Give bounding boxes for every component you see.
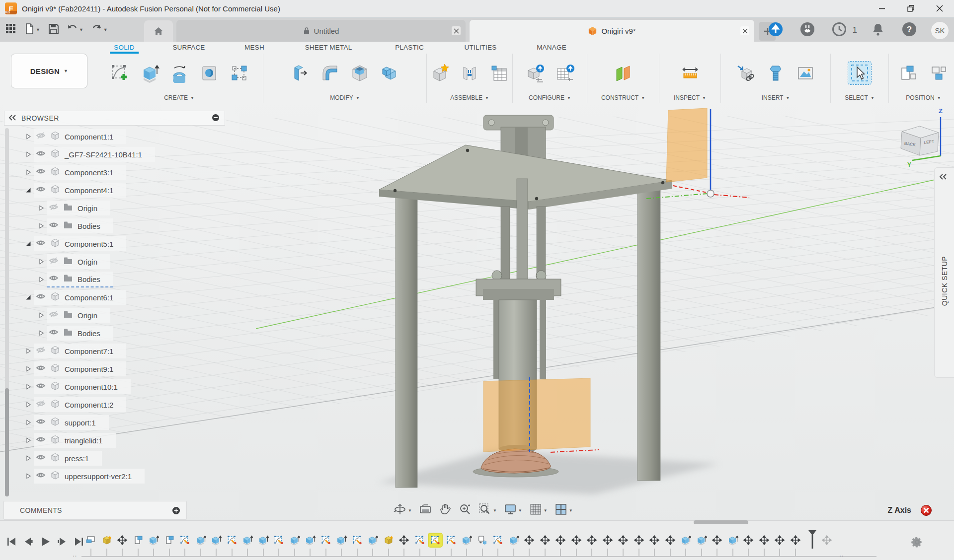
timeline-feature-sketch[interactable]	[178, 534, 191, 547]
timeline-feature-move[interactable]	[523, 534, 536, 547]
tab-untitled[interactable]: Untitled	[176, 20, 466, 42]
insert-derive-tool[interactable]	[734, 62, 757, 84]
tree-item-label[interactable]: trianglelid:1	[65, 436, 103, 445]
tree-item-label[interactable]: Component3:1	[65, 168, 113, 177]
tree-item--gf7-sf2421-10b41-1[interactable]: _GF7-SF2421-10B41:1	[23, 147, 155, 162]
timeline-feature-sketch[interactable]	[272, 534, 285, 547]
group-inspect-dropdown[interactable]: INSPECT▼	[659, 92, 720, 103]
look-at-button[interactable]	[418, 502, 433, 519]
comments-bar[interactable]: COMMENTS	[3, 501, 187, 520]
timeline-feature-extrude[interactable]	[257, 534, 270, 547]
tree-item-component4-1[interactable]: Component4:1	[23, 183, 126, 198]
tree-item-origin[interactable]: Origin	[36, 201, 110, 215]
tree-expand-arrow[interactable]	[36, 312, 47, 319]
tree-expand-arrow[interactable]	[23, 383, 34, 390]
timeline-feature-move[interactable]	[758, 534, 771, 547]
configure-tool[interactable]	[524, 62, 547, 84]
visibility-off-eye-icon[interactable]	[49, 202, 59, 214]
timeline-play-button[interactable]	[39, 535, 52, 549]
construct-plane-tool[interactable]	[612, 62, 635, 84]
insert-fastener-tool[interactable]	[764, 62, 787, 84]
timeline-feature-move[interactable]	[570, 534, 583, 547]
timeline-feature-extrude[interactable]	[460, 534, 473, 547]
ribbon-tab-solid[interactable]: SOLID	[114, 44, 135, 51]
tree-expand-arrow[interactable]	[36, 258, 47, 265]
visibility-off-eye-icon[interactable]	[36, 131, 46, 142]
job-status-button[interactable]	[829, 22, 850, 39]
pattern-tool[interactable]	[228, 62, 250, 84]
timeline-feature-move[interactable]	[711, 534, 723, 547]
timeline-settings-gear-icon[interactable]	[911, 536, 924, 551]
ribbon-tab-utilities[interactable]: UTILITIES	[465, 44, 497, 51]
timeline-feature-extrude[interactable]	[288, 534, 301, 547]
chevron-down-icon[interactable]: ▼	[518, 508, 522, 513]
group-position-dropdown[interactable]: POSITION▼	[889, 92, 954, 103]
timeline-playhead[interactable]	[807, 530, 817, 558]
tree-item-label[interactable]: Component1:1	[65, 133, 113, 141]
visibility-on-eye-icon[interactable]	[36, 148, 46, 160]
visibility-off-eye-icon[interactable]	[49, 256, 59, 268]
group-configure-dropdown[interactable]: CONFIGURE▼	[513, 92, 587, 103]
timeline-feature-move[interactable]	[633, 534, 645, 547]
chevron-down-icon[interactable]: ▼	[103, 27, 108, 32]
timeline-step-back-button[interactable]	[22, 535, 35, 549]
visibility-on-eye-icon[interactable]	[49, 273, 59, 285]
timeline-feature-sketch[interactable]	[429, 534, 442, 547]
tree-expand-arrow[interactable]	[23, 348, 34, 354]
tree-item-component5-1[interactable]: Component5:1	[23, 236, 126, 251]
app-launcher-button[interactable]	[3, 21, 19, 38]
tree-item-support-1[interactable]: support:1	[23, 415, 109, 430]
timeline-feature-move[interactable]	[539, 534, 552, 547]
tree-expand-arrow[interactable]	[23, 365, 34, 372]
tree-item-component1-2[interactable]: Component1:2	[23, 397, 126, 412]
window-zoom-button[interactable]: ▼	[477, 502, 498, 519]
tree-expand-arrow[interactable]	[23, 437, 34, 444]
timeline-feature-extrude[interactable]	[241, 534, 254, 547]
visibility-on-eye-icon[interactable]	[49, 220, 59, 232]
timeline-feature-plane2[interactable]	[132, 534, 145, 547]
group-select-dropdown[interactable]: SELECT▼	[831, 92, 888, 103]
tree-expand-arrow[interactable]	[23, 133, 34, 140]
tree-item-label[interactable]: Component9:1	[65, 365, 113, 373]
timeline-feature-move[interactable]	[742, 534, 755, 547]
tree-expand-arrow[interactable]	[23, 455, 34, 462]
ribbon-tab-manage[interactable]: MANAGE	[537, 44, 566, 51]
config-table-tool[interactable]	[554, 62, 576, 84]
chevron-down-icon[interactable]: ▼	[79, 27, 83, 32]
timeline-feature-move[interactable]	[601, 534, 614, 547]
axis-red-segment[interactable]	[673, 186, 707, 193]
timeline-hscrollbar[interactable]	[694, 520, 748, 524]
dismiss-axis-button[interactable]	[920, 504, 932, 516]
tree-item-bodies[interactable]: Bodies	[36, 218, 113, 233]
tree-expand-arrow[interactable]	[23, 151, 34, 158]
visibility-on-eye-icon[interactable]	[36, 166, 46, 178]
presspull-tool[interactable]	[289, 62, 312, 84]
tree-item-label[interactable]: Component10:1	[65, 383, 118, 391]
timeline-feature-extrude[interactable]	[335, 534, 348, 547]
visibility-on-eye-icon[interactable]	[36, 381, 46, 393]
group-assemble-dropdown[interactable]: ASSEMBLE▼	[427, 92, 512, 103]
restore-button[interactable]	[896, 0, 925, 17]
visibility-off-eye-icon[interactable]	[49, 309, 59, 321]
help-button[interactable]: ?	[899, 22, 920, 39]
browser-minimize-icon[interactable]	[212, 114, 220, 123]
workspace-selector[interactable]: DESIGN ▼	[11, 54, 87, 88]
timeline-feature-extrude[interactable]	[210, 534, 223, 547]
timeline-skip-end-button[interactable]	[73, 535, 85, 549]
timeline-feature-move[interactable]	[585, 534, 598, 547]
construction-plane-bottom[interactable]	[483, 378, 590, 452]
timeline-feature-sketch[interactable]	[491, 534, 504, 547]
profile-avatar[interactable]: SK	[931, 21, 949, 40]
tree-expand-arrow[interactable]	[23, 169, 34, 176]
hole-tool[interactable]	[198, 62, 221, 84]
close-tab-untitled[interactable]	[452, 26, 461, 35]
capture-position-tool[interactable]	[897, 62, 920, 84]
sketch-create-tool[interactable]	[108, 62, 131, 84]
construction-plane-top[interactable]	[666, 108, 707, 182]
browser-collapse-icon[interactable]	[8, 114, 16, 122]
view-cube[interactable]: Z Y BACK LEFT	[901, 107, 943, 168]
timeline-feature-move[interactable]	[617, 534, 630, 547]
tree-item-label[interactable]: Component4:1	[65, 186, 113, 195]
browser-scrollbar[interactable]	[5, 128, 9, 496]
timeline-feature-extrude[interactable]	[304, 534, 317, 547]
